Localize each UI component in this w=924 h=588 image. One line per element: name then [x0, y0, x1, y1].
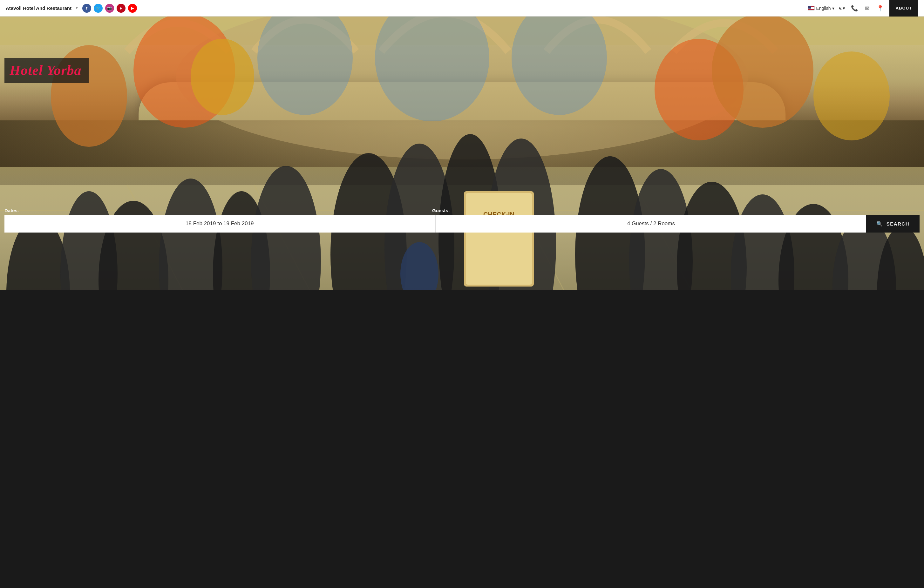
language-selector[interactable]: English ▾ [808, 6, 835, 11]
brand-name[interactable]: Atavoli Hotel And Restaurant [6, 5, 71, 11]
pinterest-icon[interactable]: P [117, 4, 125, 13]
guests-label: Guests: [430, 208, 856, 215]
hotel-title-box: Hotel Yorba [5, 58, 89, 83]
navbar-right: English ▾ € ▾ 📞 ✉ 📍 ABOUT [808, 0, 918, 16]
search-label-row: Dates: Guests: [5, 208, 919, 215]
currency-selector[interactable]: € ▾ [839, 5, 845, 11]
search-magnifier-icon: 🔍 [876, 221, 883, 227]
hotel-background [0, 16, 924, 290]
about-button[interactable]: ABOUT [889, 0, 918, 16]
language-label: English [816, 6, 831, 11]
instagram-icon[interactable]: 📷 [105, 4, 114, 13]
crowd-overlay [0, 85, 924, 290]
search-button[interactable]: 🔍 SEARCH [866, 215, 919, 232]
currency-dropdown-icon: ▾ [843, 5, 845, 11]
social-icons: f 🐦 📷 P ▶ [82, 4, 137, 13]
search-inputs-row: 🔍 SEARCH [5, 215, 919, 232]
hotel-title: Hotel Yorba [10, 62, 82, 79]
flag-icon [808, 6, 815, 10]
email-icon[interactable]: ✉ [864, 3, 871, 13]
dates-input[interactable] [5, 215, 435, 232]
search-button-label: SEARCH [886, 221, 909, 227]
hero-section: CHECK-IN Hotel Yorba Dates: Guests: 🔍 SE… [0, 16, 924, 290]
currency-symbol: € [839, 5, 842, 11]
guests-input[interactable] [436, 215, 866, 232]
dates-label: Dates: [5, 208, 430, 215]
phone-icon[interactable]: 📞 [850, 3, 859, 13]
search-btn-spacer [856, 208, 919, 215]
brand-dropdown-icon[interactable]: ▾ [76, 6, 78, 10]
navbar: Atavoli Hotel And Restaurant ▾ f 🐦 📷 P ▶… [0, 0, 924, 16]
location-icon[interactable]: 📍 [875, 3, 885, 13]
navbar-left: Atavoli Hotel And Restaurant ▾ f 🐦 📷 P ▶ [6, 4, 137, 13]
twitter-icon[interactable]: 🐦 [94, 4, 102, 13]
facebook-icon[interactable]: f [82, 4, 91, 13]
language-dropdown-icon: ▾ [832, 6, 834, 11]
search-panel: Dates: Guests: 🔍 SEARCH [5, 208, 919, 232]
youtube-icon[interactable]: ▶ [128, 4, 137, 13]
